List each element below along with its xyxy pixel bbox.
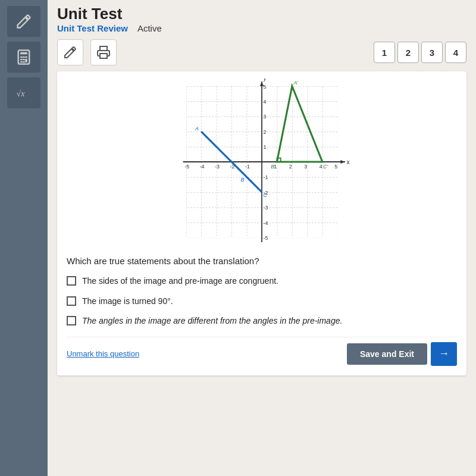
svg-text:4: 4	[264, 99, 267, 105]
print-button[interactable]	[90, 39, 117, 65]
main-content: Unit Test Unit Test Review Active 1 2 3 …	[48, 0, 476, 476]
svg-rect-2	[20, 57, 23, 58]
svg-text:4: 4	[320, 164, 322, 170]
svg-text:x: x	[347, 159, 350, 165]
unmark-question-link[interactable]: Unmark this question	[67, 349, 139, 358]
svg-rect-9	[23, 61, 25, 62]
svg-marker-15	[340, 160, 345, 164]
checkbox-2[interactable]	[67, 296, 76, 306]
answer-text-1: The sides of the image and pre-image are…	[82, 275, 278, 287]
svg-text:-3: -3	[215, 164, 220, 170]
unit-test-review-link[interactable]: Unit Test Review	[57, 23, 128, 33]
svg-text:-1: -1	[245, 164, 250, 170]
svg-text:B: B	[240, 177, 244, 183]
calculator-tool[interactable]	[7, 42, 40, 73]
answer-text-3: The angles in the image are different fr…	[82, 315, 342, 327]
next-button[interactable]: →	[431, 342, 457, 366]
svg-text:-4: -4	[264, 220, 268, 226]
coordinate-graph: x y -5 -4 -3 -2 -1 1 2 3 4 5 5 4 3 2 1 -…	[167, 79, 357, 245]
graph-container: x y -5 -4 -3 -2 -1 1 2 3 4 5 5 4 3 2 1 -…	[67, 79, 457, 245]
save-exit-button[interactable]: Save and Exit	[347, 343, 427, 365]
question-num-4[interactable]: 4	[445, 42, 466, 63]
svg-text:-5: -5	[264, 235, 268, 241]
svg-rect-11	[100, 54, 107, 58]
svg-text:B': B'	[271, 164, 275, 170]
question-num-2[interactable]: 2	[397, 42, 419, 63]
header-subtitle-row: Unit Test Review Active	[57, 23, 466, 33]
svg-text:-3: -3	[264, 205, 268, 211]
header: Unit Test Unit Test Review Active	[48, 0, 476, 36]
svg-rect-3	[23, 57, 25, 58]
svg-text:3: 3	[304, 164, 307, 170]
answer-option-2: The image is turned 90°.	[67, 296, 457, 308]
svg-text:2: 2	[289, 164, 292, 170]
svg-text:-1: -1	[264, 174, 268, 180]
svg-rect-5	[20, 59, 23, 60]
svg-text:A': A'	[293, 80, 298, 86]
svg-text:5: 5	[334, 164, 337, 170]
svg-text:-5: -5	[184, 164, 189, 170]
svg-text:5: 5	[264, 84, 267, 90]
svg-text:√x: √x	[17, 89, 26, 98]
question-num-1[interactable]: 1	[374, 42, 395, 63]
page-title: Unit Test	[57, 5, 466, 23]
question-num-3[interactable]: 3	[421, 42, 443, 63]
svg-rect-1	[20, 52, 27, 55]
svg-rect-8	[20, 61, 23, 62]
svg-text:3: 3	[264, 114, 267, 120]
card-footer: Unmark this question Save and Exit →	[67, 337, 457, 366]
svg-text:-4: -4	[200, 164, 205, 170]
svg-text:2: 2	[264, 129, 267, 135]
sidebar: √x	[0, 0, 48, 476]
svg-text:C': C'	[323, 164, 328, 170]
answer-text-2: The image is turned 90°.	[82, 296, 173, 308]
toolbar: 1 2 3 4	[48, 36, 476, 69]
svg-text:C: C	[264, 192, 268, 198]
svg-rect-7	[25, 59, 27, 62]
answer-option-1: The sides of the image and pre-image are…	[67, 275, 457, 287]
pencil-button[interactable]	[57, 39, 83, 65]
checkbox-3[interactable]	[67, 316, 76, 325]
pencil-tool[interactable]	[7, 6, 40, 37]
svg-text:y: y	[264, 79, 267, 82]
svg-rect-6	[23, 59, 25, 60]
svg-rect-4	[25, 57, 27, 58]
status-badge: Active	[137, 23, 162, 33]
answer-option-3: The angles in the image are different fr…	[67, 315, 457, 327]
question-card: x y -5 -4 -3 -2 -1 1 2 3 4 5 5 4 3 2 1 -…	[57, 71, 466, 375]
question-text: Which are true statements about the tran…	[67, 255, 457, 267]
formula-tool[interactable]: √x	[7, 77, 40, 108]
checkbox-1[interactable]	[67, 276, 76, 286]
question-number-list: 1 2 3 4	[374, 42, 466, 63]
svg-text:1: 1	[264, 145, 267, 151]
svg-text:A: A	[195, 126, 199, 131]
